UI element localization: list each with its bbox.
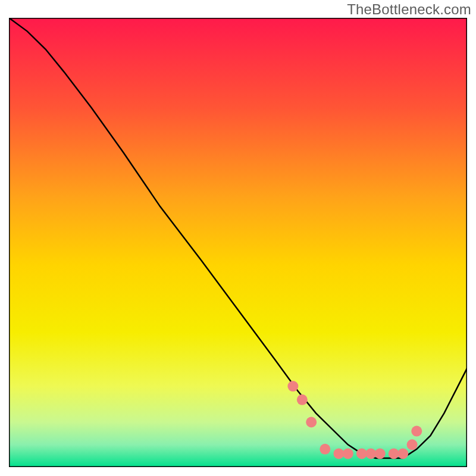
chart-container: TheBottleneck.com	[0, 0, 476, 476]
curve-marker	[297, 394, 308, 405]
curve-marker	[320, 444, 330, 455]
curve-marker	[333, 448, 344, 459]
curve-marker	[397, 448, 408, 459]
curve-marker	[287, 381, 298, 392]
watermark-text: TheBottleneck.com	[347, 1, 471, 18]
curve-marker	[407, 439, 418, 450]
chart-plot-area	[9, 18, 467, 467]
curve-marker	[343, 448, 353, 459]
curve-marker	[306, 417, 317, 428]
curve-marker	[389, 448, 399, 459]
curve-marker	[365, 448, 376, 459]
curve-marker	[375, 448, 386, 459]
chart-svg	[9, 18, 467, 467]
chart-background	[9, 18, 467, 467]
curve-marker	[411, 426, 422, 437]
curve-marker	[356, 448, 367, 459]
